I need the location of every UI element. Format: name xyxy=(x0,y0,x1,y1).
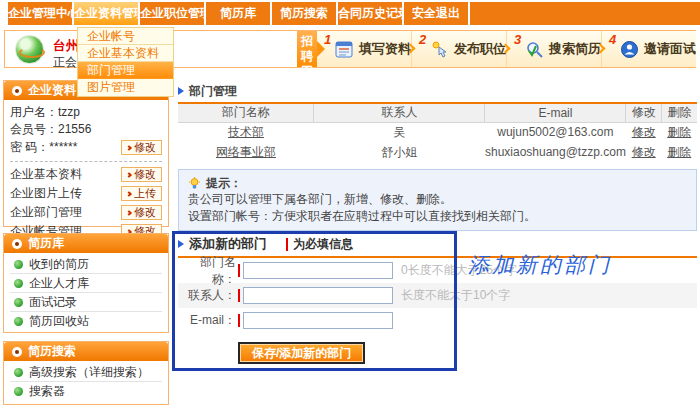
col-header-department: 部门名称 xyxy=(178,104,314,122)
form-icon xyxy=(335,40,354,59)
item-label[interactable]: 企业基本资料 xyxy=(10,166,82,183)
item-label[interactable]: 企业部门管理 xyxy=(10,204,82,221)
department-name-input[interactable] xyxy=(243,262,393,279)
green-bullet-icon xyxy=(14,279,23,288)
nav-item-logout[interactable]: 安全退出 xyxy=(404,2,468,25)
step-fill-info[interactable]: 1 填写资料 xyxy=(317,31,411,67)
item-label: 搜索器 xyxy=(29,383,65,400)
email-label: E-mail： xyxy=(178,312,236,329)
step-label: 发布职位 xyxy=(454,40,506,58)
sidebar-header-resume-library: 简历库 xyxy=(4,234,168,253)
button-label: 修改 xyxy=(134,205,156,220)
nav-item-resume-search[interactable]: 简历搜索 xyxy=(272,2,336,25)
green-bullet-icon xyxy=(14,387,23,396)
recruit-steps-bar: 招聘 四步 1 填写资料 2 发布职位 3 xyxy=(297,31,696,67)
password-edit-button[interactable]: 修改 xyxy=(121,140,162,155)
item-label: 简历回收站 xyxy=(29,313,89,330)
item-label: 高级搜索（详细搜索） xyxy=(29,364,149,381)
table-row: 网络事业部 舒小姐 shuxiaoshuang@tzzp.com 修改 删除 xyxy=(178,142,697,162)
contact-input[interactable] xyxy=(243,287,393,304)
password-row: 密 码：****** 修改 xyxy=(10,138,162,157)
nav-item-management-center[interactable]: 企业管理中心 xyxy=(8,2,72,25)
green-bullet-icon xyxy=(14,368,23,377)
sidebar-item-search-agent[interactable]: 搜索器 xyxy=(10,382,162,401)
step-number: 2 xyxy=(419,32,426,47)
department-edit-button[interactable]: 修改 xyxy=(121,205,162,220)
department-name-label: 部门名称： xyxy=(178,254,236,288)
main-content: 部门管理 部门名称 联系人 E-mail 修改 删除 技术部 吴 wujun50… xyxy=(178,84,697,364)
tip-title-row: 提示： xyxy=(188,175,687,191)
required-marker xyxy=(238,264,240,277)
button-label: 上传 xyxy=(134,186,156,201)
table-row: 技术部 吴 wujun5002@163.com 修改 删除 xyxy=(178,122,697,142)
recruit-steps-tab: 招聘 四步 xyxy=(297,31,317,67)
arrow-right-icon xyxy=(126,145,132,151)
sidebar-item-talent-pool[interactable]: 企业人才库 xyxy=(10,274,162,293)
step-invite-interview[interactable]: 4 邀请面试 xyxy=(601,31,696,67)
sidebar-item-picture-upload: 企业图片上传 上传 xyxy=(10,184,162,203)
delete-link[interactable]: 删除 xyxy=(667,125,691,139)
add-department-section: 添加新的部门 为必填信息 部门名称： 0长度不能大于25个字 联系人： 长度不能… xyxy=(178,236,697,364)
sidebar-header-resume-search: 简历搜索 xyxy=(4,342,168,361)
radio-bullet-icon xyxy=(12,347,22,357)
sidebar-resume-library: 简历库 收到的简历 企业人才库 面试记录 简历回收站 xyxy=(3,233,169,333)
item-label: 收到的简历 xyxy=(29,256,89,273)
steps-tab-line1: 招聘 xyxy=(297,34,317,64)
edit-link[interactable]: 修改 xyxy=(632,125,656,139)
hand-click-icon xyxy=(430,40,449,59)
sidebar-item-resume-recycle-bin[interactable]: 简历回收站 xyxy=(10,312,162,331)
sidebar-company-profile: 企业资料 用户名： tzzp 会员号： 21556 密 码：****** 修改 … xyxy=(3,80,169,227)
sidebar-title: 简历搜索 xyxy=(28,343,76,360)
delete-link[interactable]: 删除 xyxy=(667,145,691,159)
magnifier-check-icon xyxy=(525,40,544,59)
sidebar-item-received-resumes[interactable]: 收到的简历 xyxy=(10,255,162,274)
step-search-resume[interactable]: 3 搜索简历 xyxy=(506,31,601,67)
required-note: 为必填信息 xyxy=(293,236,353,253)
sidebar-item-interview-records[interactable]: 面试记录 xyxy=(10,293,162,312)
arrow-right-icon xyxy=(126,172,132,178)
basic-info-edit-button[interactable]: 修改 xyxy=(121,167,162,182)
length-hint: 长度不能大于10个字 xyxy=(401,287,510,304)
nav-item-resume-library[interactable]: 简历库 xyxy=(206,2,270,25)
username-label: 用户名： xyxy=(10,104,58,121)
contact-label: 联系人： xyxy=(178,287,236,304)
username-value: tzzp xyxy=(58,104,80,121)
menu-item-department-management[interactable]: 部门管理 xyxy=(78,62,173,79)
edit-link[interactable]: 修改 xyxy=(632,145,656,159)
member-no-label: 会员号： xyxy=(10,121,58,138)
handwritten-annotation: 添加新的部门 xyxy=(468,251,612,279)
step-post-job[interactable]: 2 发布职位 xyxy=(411,31,506,67)
nav-filler xyxy=(470,2,700,25)
globe-logo-icon xyxy=(15,35,44,64)
form-row-department-name: 部门名称： 0长度不能大于25个字 xyxy=(178,258,697,283)
triangle-right-icon xyxy=(178,87,184,95)
menu-item-company-account[interactable]: 企业帐号 xyxy=(78,28,173,45)
sidebar-item-basic-info: 企业基本资料 修改 xyxy=(10,165,162,184)
form-header: 添加新的部门 为必填信息 xyxy=(178,236,697,252)
contact-cell: 舒小姐 xyxy=(314,142,485,162)
picture-upload-button[interactable]: 上传 xyxy=(121,186,162,201)
button-label: 修改 xyxy=(134,140,156,155)
sidebar-item-department-management: 企业部门管理 修改 xyxy=(10,203,162,222)
nav-item-job-management[interactable]: 企业职位管理 xyxy=(140,2,204,25)
department-table: 部门名称 联系人 E-mail 修改 删除 技术部 吴 wujun5002@16… xyxy=(178,104,697,162)
menu-item-picture-management[interactable]: 图片管理 xyxy=(78,79,173,96)
save-add-department-button[interactable]: 保存/添加新的部门 xyxy=(238,342,365,364)
table-header-row: 部门名称 联系人 E-mail 修改 删除 xyxy=(178,104,697,122)
department-link[interactable]: 网络事业部 xyxy=(216,145,276,159)
email-input[interactable] xyxy=(243,312,393,329)
password-mask: ****** xyxy=(49,140,77,154)
item-label[interactable]: 企业图片上传 xyxy=(10,185,82,202)
page-title: 部门管理 xyxy=(189,83,237,100)
col-header-delete: 删除 xyxy=(661,104,697,122)
nav-item-contract-history[interactable]: 合同历史记录 xyxy=(338,2,402,25)
department-link[interactable]: 技术部 xyxy=(228,125,264,139)
nav-item-company-profile[interactable]: 企业资料管理 xyxy=(74,2,138,25)
required-marker xyxy=(286,238,288,251)
sidebar-item-advanced-search[interactable]: 高级搜索（详细搜索） xyxy=(10,363,162,382)
breadcrumb: 部门管理 xyxy=(178,84,697,98)
sidebar-title: 企业资料 xyxy=(28,82,76,99)
email-cell: shuxiaoshuang@tzzp.com xyxy=(485,142,626,162)
step-number: 4 xyxy=(609,32,616,47)
menu-item-basic-info[interactable]: 企业基本资料 xyxy=(78,45,173,62)
